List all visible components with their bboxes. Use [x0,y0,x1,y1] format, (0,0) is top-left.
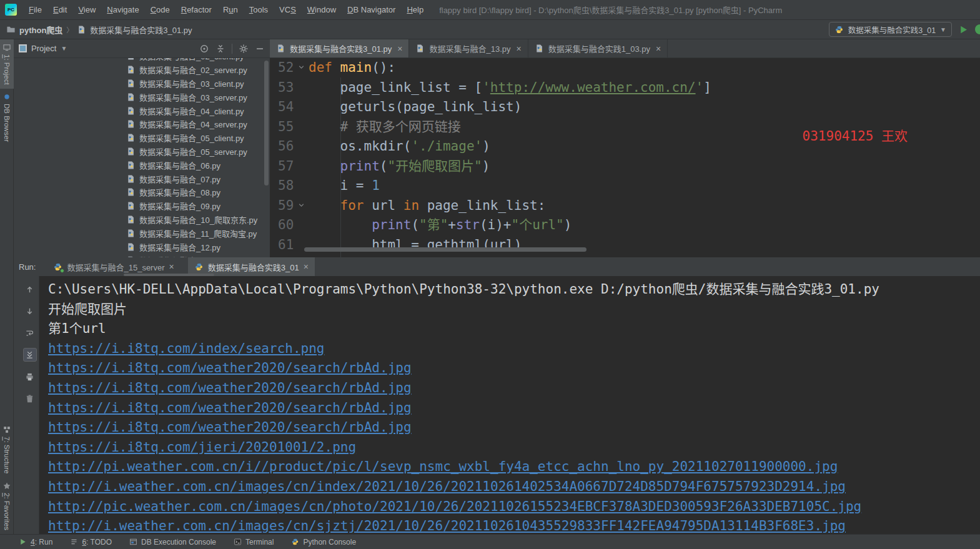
close-icon[interactable]: × [397,44,402,54]
console-text: 开始爬取图片 [48,302,127,317]
project-file-item[interactable]: 数据采集与融合_02_server.py [14,63,270,77]
console-line: https://i.i8tq.com/index/search.png [48,339,980,359]
project-file-item[interactable]: 数据采集与融合_09.py [14,199,270,213]
project-file-item[interactable]: 数据采集与融合_12.py [14,240,270,254]
settings-gear-button[interactable] [239,44,249,54]
breadcrumb-project[interactable]: python爬虫 [19,24,62,36]
menu-window[interactable]: Window [302,0,342,20]
fold-marker[interactable] [297,200,307,210]
editor-tab[interactable]: 数据采集与融合_13.py× [409,39,528,57]
project-file-item[interactable]: 数据采集与融合_04_server.py [14,117,270,131]
file-name: 数据采集与融合_03_client.py [139,77,244,89]
statusbar-4-run[interactable]: 4: Run [19,538,52,547]
editor-tab[interactable]: 数据采集与融合实践1_03.py× [528,39,668,57]
project-file-item[interactable]: 数据采集与融合_06.py [14,158,270,172]
menu-code[interactable]: Code [145,0,176,20]
pylogo-icon [194,262,204,272]
menu-help[interactable]: Help [401,0,429,20]
project-file-item[interactable]: 数据采集与融合_07.py [14,172,270,185]
run-button[interactable] [958,24,969,35]
console-url-link[interactable]: https://i.i8tq.com/weather2020/search/rb… [48,380,412,395]
console-url-link[interactable]: https://i.i8tq.com/weather2020/search/rb… [48,360,412,375]
run-configuration-select[interactable]: 数据采集与融合实践3_01 ▼ [829,22,952,37]
collapse-all-button[interactable] [215,44,225,54]
statusbar-db-execution-console[interactable]: DB Execution Console [129,538,216,547]
run-configuration-name: 数据采集与融合实践3_01 [848,24,936,36]
line-number: 61 [270,235,309,255]
hide-panel-button[interactable] [255,44,265,54]
py-icon [126,215,136,224]
statusbar-terminal[interactable]: Terminal [234,538,274,547]
py-icon [126,174,136,184]
down-stacktrace-button[interactable] [23,304,37,318]
project-file-item[interactable]: 数据采集与融合_03_client.py [14,77,270,91]
tool-stripe-2-favorites[interactable]: 2: Favorites [0,478,14,534]
debug-button[interactable] [975,24,980,34]
menu-run[interactable]: Run [217,0,244,20]
tool-stripe-1-project[interactable]: 1: Project [0,39,14,89]
line-number: 54 [270,97,309,117]
console-text-line: 开始爬取图片 [48,300,980,320]
clear-console-button[interactable] [23,392,37,405]
console-url-link[interactable]: https://i.i8tq.com/weather2020/search/rb… [48,400,412,415]
breadcrumb-file[interactable]: 数据采集与融合实践3_01.py [90,24,192,36]
console-url-link[interactable]: http://pi.weather.com.cn/i//product/pic/… [48,459,838,474]
project-file-item[interactable]: 数据采集与融合_02_client.py [14,58,270,63]
project-file-item[interactable]: 数据采集与融合_03_server.py [14,90,270,104]
menu-vcs[interactable]: VCS [274,0,302,20]
menu-tools[interactable]: Tools [244,0,274,20]
file-name: 数据采集与融合_04_server.py [139,118,247,130]
project-file-tree: 数据采集与融合_02_client.py数据采集与融合_02_server.py… [14,58,270,257]
scroll-to-end-button[interactable] [23,348,37,362]
foldchev-icon [297,62,306,72]
close-icon[interactable]: × [656,44,661,54]
menu-view[interactable]: View [72,0,101,20]
print-button[interactable] [23,370,37,383]
project-file-item[interactable]: 数据采集与融合_04_client.py [14,104,270,117]
project-view-selector[interactable]: Project ▼ [19,44,67,53]
editor-horizontal-scrollbar[interactable] [304,247,587,252]
console-url-link[interactable]: https://i.i8tq.com/index/search.png [48,341,325,356]
code-line: 53 page_link_list = ['http://www.weather… [270,78,980,98]
project-scrollbar[interactable] [264,61,269,185]
console-url-link[interactable]: https://i.i8tq.com/jieri/20201001/2.png [48,440,356,455]
editor-tab[interactable]: 数据采集与融合实践3_01.py× [270,39,409,57]
soft-wrap-button[interactable] [23,326,37,340]
dot-icon [2,92,11,101]
console-url-link[interactable]: https://i.i8tq.com/weather2020/search/rb… [48,420,412,435]
close-icon[interactable]: × [517,44,522,54]
close-icon[interactable]: × [169,262,174,272]
pycharm-window: PC FileEditViewNavigateCodeRefactorRunTo… [0,0,980,549]
menu-navigate[interactable]: Navigate [101,0,144,20]
console-url-link[interactable]: http://i.weather.com.cn/images/cn/sjztj/… [48,518,846,533]
main-menu: FileEditViewNavigateCodeRefactorRunTools… [23,0,429,20]
close-icon[interactable]: × [304,262,309,272]
project-file-item[interactable]: 数据采集与融合_08.py [14,185,270,199]
wrap-icon [25,329,34,338]
console-url-link[interactable]: http://i.weather.com.cn/images/cn/index/… [48,479,846,494]
breadcrumb-separator-icon: 〉 [66,24,73,34]
collapse-icon [215,44,225,54]
statusbar-6-todo[interactable]: 6: TODO [70,538,112,547]
tool-stripe-7-structure[interactable]: 7: Structure [0,422,14,477]
statusbar-python-console[interactable]: Python Console [291,538,356,547]
menu-edit[interactable]: Edit [47,0,72,20]
project-file-item[interactable]: 数据采集与融合_05_client.py [14,131,270,145]
project-file-item[interactable]: 数据采集与融合_10_爬取京东.py [14,213,270,227]
up-stacktrace-button[interactable] [23,282,37,296]
py-icon [276,44,285,53]
run-tabbar-scrollbar[interactable] [124,274,214,276]
tool-stripe-db-browser[interactable]: DB Browser [0,89,14,146]
locate-file-button[interactable] [199,44,209,54]
fold-marker[interactable] [297,62,307,72]
code-editor[interactable]: 52def main():53 page_link_list = ['http:… [270,58,980,257]
menu-db-navigator[interactable]: DB Navigator [342,0,401,20]
console-url-link[interactable]: http://pic.weather.com.cn/images/cn/phot… [48,499,861,514]
console-text-line: 第1个url [48,319,980,339]
project-file-item[interactable]: 数据采集与融合_11_爬取淘宝.py [14,226,270,240]
breadcrumb: python爬虫 〉 数据采集与融合实践3_01.py [6,24,192,36]
monitor-icon [2,43,11,52]
project-file-item[interactable]: 数据采集与融合_05_server.py [14,145,270,159]
menu-file[interactable]: File [23,0,47,20]
menu-refactor[interactable]: Refactor [176,0,217,20]
